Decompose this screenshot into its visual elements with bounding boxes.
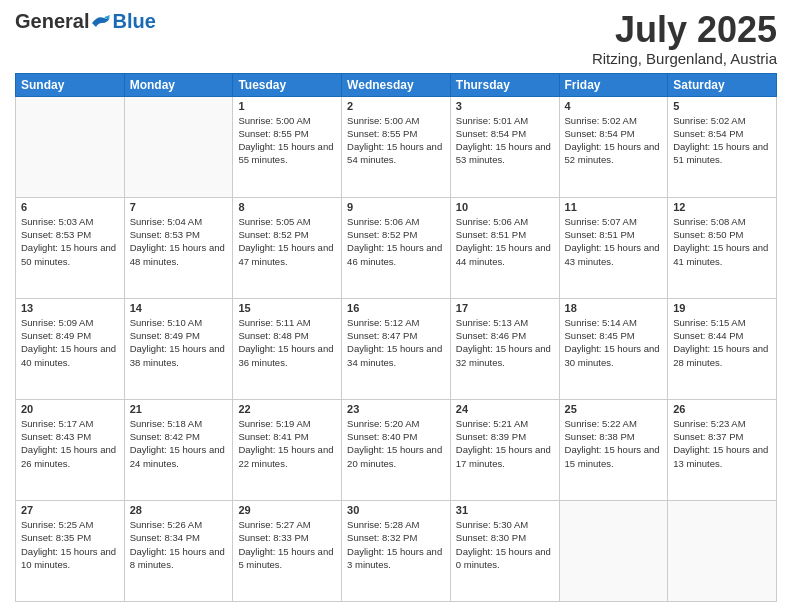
title-block: July 2025 Ritzing, Burgenland, Austria bbox=[592, 10, 777, 67]
calendar-cell: 28Sunrise: 5:26 AMSunset: 8:34 PMDayligh… bbox=[124, 500, 233, 601]
day-info: Sunrise: 5:14 AMSunset: 8:45 PMDaylight:… bbox=[565, 316, 663, 369]
calendar-cell: 8Sunrise: 5:05 AMSunset: 8:52 PMDaylight… bbox=[233, 197, 342, 298]
day-info: Sunrise: 5:26 AMSunset: 8:34 PMDaylight:… bbox=[130, 518, 228, 571]
calendar-cell: 9Sunrise: 5:06 AMSunset: 8:52 PMDaylight… bbox=[342, 197, 451, 298]
day-info: Sunrise: 5:23 AMSunset: 8:37 PMDaylight:… bbox=[673, 417, 771, 470]
day-info: Sunrise: 5:21 AMSunset: 8:39 PMDaylight:… bbox=[456, 417, 554, 470]
day-number: 26 bbox=[673, 403, 771, 415]
calendar-cell: 20Sunrise: 5:17 AMSunset: 8:43 PMDayligh… bbox=[16, 399, 125, 500]
calendar-cell: 15Sunrise: 5:11 AMSunset: 8:48 PMDayligh… bbox=[233, 298, 342, 399]
day-number: 20 bbox=[21, 403, 119, 415]
day-info: Sunrise: 5:15 AMSunset: 8:44 PMDaylight:… bbox=[673, 316, 771, 369]
day-number: 7 bbox=[130, 201, 228, 213]
day-number: 12 bbox=[673, 201, 771, 213]
day-number: 14 bbox=[130, 302, 228, 314]
calendar-cell: 30Sunrise: 5:28 AMSunset: 8:32 PMDayligh… bbox=[342, 500, 451, 601]
day-number: 30 bbox=[347, 504, 445, 516]
header-sunday: Sunday bbox=[16, 73, 125, 96]
calendar-cell: 12Sunrise: 5:08 AMSunset: 8:50 PMDayligh… bbox=[668, 197, 777, 298]
header-tuesday: Tuesday bbox=[233, 73, 342, 96]
calendar-cell: 31Sunrise: 5:30 AMSunset: 8:30 PMDayligh… bbox=[450, 500, 559, 601]
logo-blue-text: Blue bbox=[112, 10, 155, 33]
calendar-cell: 21Sunrise: 5:18 AMSunset: 8:42 PMDayligh… bbox=[124, 399, 233, 500]
day-number: 5 bbox=[673, 100, 771, 112]
calendar-week-row: 6Sunrise: 5:03 AMSunset: 8:53 PMDaylight… bbox=[16, 197, 777, 298]
day-info: Sunrise: 5:01 AMSunset: 8:54 PMDaylight:… bbox=[456, 114, 554, 167]
calendar-cell: 4Sunrise: 5:02 AMSunset: 8:54 PMDaylight… bbox=[559, 96, 668, 197]
day-number: 21 bbox=[130, 403, 228, 415]
calendar-cell: 17Sunrise: 5:13 AMSunset: 8:46 PMDayligh… bbox=[450, 298, 559, 399]
day-number: 6 bbox=[21, 201, 119, 213]
day-number: 27 bbox=[21, 504, 119, 516]
calendar-header-row: Sunday Monday Tuesday Wednesday Thursday… bbox=[16, 73, 777, 96]
day-info: Sunrise: 5:17 AMSunset: 8:43 PMDaylight:… bbox=[21, 417, 119, 470]
calendar-cell: 19Sunrise: 5:15 AMSunset: 8:44 PMDayligh… bbox=[668, 298, 777, 399]
day-info: Sunrise: 5:00 AMSunset: 8:55 PMDaylight:… bbox=[238, 114, 336, 167]
calendar-cell: 24Sunrise: 5:21 AMSunset: 8:39 PMDayligh… bbox=[450, 399, 559, 500]
location-subtitle: Ritzing, Burgenland, Austria bbox=[592, 50, 777, 67]
calendar-table: Sunday Monday Tuesday Wednesday Thursday… bbox=[15, 73, 777, 602]
day-info: Sunrise: 5:30 AMSunset: 8:30 PMDaylight:… bbox=[456, 518, 554, 571]
day-info: Sunrise: 5:20 AMSunset: 8:40 PMDaylight:… bbox=[347, 417, 445, 470]
calendar-cell: 2Sunrise: 5:00 AMSunset: 8:55 PMDaylight… bbox=[342, 96, 451, 197]
day-info: Sunrise: 5:09 AMSunset: 8:49 PMDaylight:… bbox=[21, 316, 119, 369]
calendar-week-row: 20Sunrise: 5:17 AMSunset: 8:43 PMDayligh… bbox=[16, 399, 777, 500]
day-info: Sunrise: 5:06 AMSunset: 8:51 PMDaylight:… bbox=[456, 215, 554, 268]
day-info: Sunrise: 5:27 AMSunset: 8:33 PMDaylight:… bbox=[238, 518, 336, 571]
calendar-cell: 10Sunrise: 5:06 AMSunset: 8:51 PMDayligh… bbox=[450, 197, 559, 298]
calendar-week-row: 13Sunrise: 5:09 AMSunset: 8:49 PMDayligh… bbox=[16, 298, 777, 399]
calendar-cell: 11Sunrise: 5:07 AMSunset: 8:51 PMDayligh… bbox=[559, 197, 668, 298]
calendar-cell: 1Sunrise: 5:00 AMSunset: 8:55 PMDaylight… bbox=[233, 96, 342, 197]
logo: General Blue bbox=[15, 10, 156, 33]
calendar-cell: 16Sunrise: 5:12 AMSunset: 8:47 PMDayligh… bbox=[342, 298, 451, 399]
day-number: 19 bbox=[673, 302, 771, 314]
day-number: 3 bbox=[456, 100, 554, 112]
day-number: 2 bbox=[347, 100, 445, 112]
day-info: Sunrise: 5:03 AMSunset: 8:53 PMDaylight:… bbox=[21, 215, 119, 268]
calendar-cell: 29Sunrise: 5:27 AMSunset: 8:33 PMDayligh… bbox=[233, 500, 342, 601]
header-friday: Friday bbox=[559, 73, 668, 96]
calendar-cell: 3Sunrise: 5:01 AMSunset: 8:54 PMDaylight… bbox=[450, 96, 559, 197]
calendar-cell bbox=[559, 500, 668, 601]
calendar-cell: 22Sunrise: 5:19 AMSunset: 8:41 PMDayligh… bbox=[233, 399, 342, 500]
header-monday: Monday bbox=[124, 73, 233, 96]
day-info: Sunrise: 5:00 AMSunset: 8:55 PMDaylight:… bbox=[347, 114, 445, 167]
day-info: Sunrise: 5:11 AMSunset: 8:48 PMDaylight:… bbox=[238, 316, 336, 369]
calendar-cell: 5Sunrise: 5:02 AMSunset: 8:54 PMDaylight… bbox=[668, 96, 777, 197]
day-info: Sunrise: 5:05 AMSunset: 8:52 PMDaylight:… bbox=[238, 215, 336, 268]
calendar-cell bbox=[668, 500, 777, 601]
calendar-cell: 25Sunrise: 5:22 AMSunset: 8:38 PMDayligh… bbox=[559, 399, 668, 500]
calendar-cell: 7Sunrise: 5:04 AMSunset: 8:53 PMDaylight… bbox=[124, 197, 233, 298]
day-info: Sunrise: 5:02 AMSunset: 8:54 PMDaylight:… bbox=[565, 114, 663, 167]
day-number: 1 bbox=[238, 100, 336, 112]
day-info: Sunrise: 5:18 AMSunset: 8:42 PMDaylight:… bbox=[130, 417, 228, 470]
day-info: Sunrise: 5:06 AMSunset: 8:52 PMDaylight:… bbox=[347, 215, 445, 268]
day-info: Sunrise: 5:19 AMSunset: 8:41 PMDaylight:… bbox=[238, 417, 336, 470]
day-info: Sunrise: 5:08 AMSunset: 8:50 PMDaylight:… bbox=[673, 215, 771, 268]
day-info: Sunrise: 5:22 AMSunset: 8:38 PMDaylight:… bbox=[565, 417, 663, 470]
logo-bird-icon bbox=[90, 13, 112, 31]
calendar-cell bbox=[16, 96, 125, 197]
day-info: Sunrise: 5:12 AMSunset: 8:47 PMDaylight:… bbox=[347, 316, 445, 369]
calendar-cell: 27Sunrise: 5:25 AMSunset: 8:35 PMDayligh… bbox=[16, 500, 125, 601]
day-number: 11 bbox=[565, 201, 663, 213]
day-number: 16 bbox=[347, 302, 445, 314]
calendar-cell: 18Sunrise: 5:14 AMSunset: 8:45 PMDayligh… bbox=[559, 298, 668, 399]
day-info: Sunrise: 5:10 AMSunset: 8:49 PMDaylight:… bbox=[130, 316, 228, 369]
logo-general-text: General bbox=[15, 10, 89, 33]
header: General Blue July 2025 Ritzing, Burgenla… bbox=[15, 10, 777, 67]
day-number: 10 bbox=[456, 201, 554, 213]
day-info: Sunrise: 5:02 AMSunset: 8:54 PMDaylight:… bbox=[673, 114, 771, 167]
calendar-cell: 14Sunrise: 5:10 AMSunset: 8:49 PMDayligh… bbox=[124, 298, 233, 399]
day-number: 31 bbox=[456, 504, 554, 516]
day-number: 17 bbox=[456, 302, 554, 314]
header-saturday: Saturday bbox=[668, 73, 777, 96]
month-title: July 2025 bbox=[592, 10, 777, 50]
calendar-week-row: 27Sunrise: 5:25 AMSunset: 8:35 PMDayligh… bbox=[16, 500, 777, 601]
header-wednesday: Wednesday bbox=[342, 73, 451, 96]
day-number: 13 bbox=[21, 302, 119, 314]
day-info: Sunrise: 5:25 AMSunset: 8:35 PMDaylight:… bbox=[21, 518, 119, 571]
day-number: 25 bbox=[565, 403, 663, 415]
calendar-cell: 23Sunrise: 5:20 AMSunset: 8:40 PMDayligh… bbox=[342, 399, 451, 500]
day-number: 18 bbox=[565, 302, 663, 314]
